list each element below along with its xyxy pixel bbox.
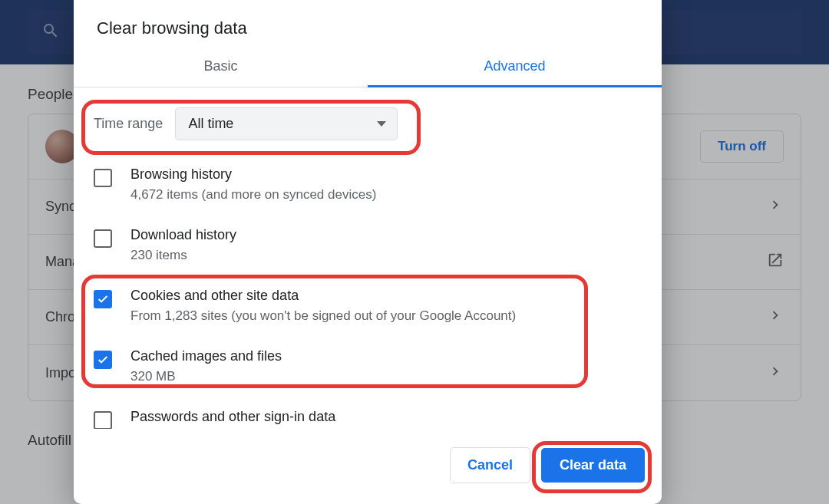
time-range-select[interactable]: All time	[175, 107, 398, 140]
checkbox[interactable]	[94, 290, 112, 308]
option-subtitle: 320 MB	[130, 369, 282, 384]
dialog-scroll-area[interactable]: Time range All time Browsing history 4,6…	[74, 87, 662, 429]
cancel-button[interactable]: Cancel	[450, 447, 530, 483]
option-cookies[interactable]: Cookies and other site data From 1,283 s…	[88, 278, 657, 339]
option-title: Passwords and other sign-in data	[130, 409, 535, 425]
option-title: Browsing history	[130, 166, 376, 183]
clear-data-button[interactable]: Clear data	[541, 448, 645, 483]
option-title: Cached images and files	[130, 348, 282, 364]
option-passwords[interactable]: Passwords and other sign-in data 1,015 p…	[88, 400, 657, 429]
checkbox[interactable]	[94, 411, 112, 429]
checkbox[interactable]	[94, 351, 112, 369]
option-title: Cookies and other site data	[130, 288, 516, 304]
checkbox[interactable]	[94, 229, 112, 248]
option-subtitle: 4,672 items (and more on synced devices)	[130, 187, 376, 203]
tab-basic[interactable]: Basic	[74, 48, 368, 87]
option-title: Download history	[130, 227, 236, 243]
option-browsing-history[interactable]: Browsing history 4,672 items (and more o…	[88, 157, 657, 218]
option-subtitle: 230 items	[130, 248, 236, 263]
dialog-tabs: Basic Advanced	[74, 48, 662, 87]
checkbox[interactable]	[94, 169, 112, 187]
time-range-row: Time range All time	[88, 92, 657, 153]
tab-advanced[interactable]: Advanced	[368, 48, 662, 87]
clear-browsing-data-dialog: Clear browsing data Basic Advanced Time …	[74, 0, 662, 504]
option-download-history[interactable]: Download history 230 items	[88, 218, 657, 278]
time-range-value: All time	[188, 116, 233, 132]
option-cached[interactable]: Cached images and files 320 MB	[88, 339, 657, 400]
dropdown-arrow-icon	[377, 116, 386, 132]
dialog-footer: Cancel Clear data	[74, 429, 662, 504]
time-range-label: Time range	[94, 116, 163, 132]
dialog-title: Clear browsing data	[74, 0, 662, 48]
option-subtitle: From 1,283 sites (you won't be signed ou…	[130, 308, 516, 324]
